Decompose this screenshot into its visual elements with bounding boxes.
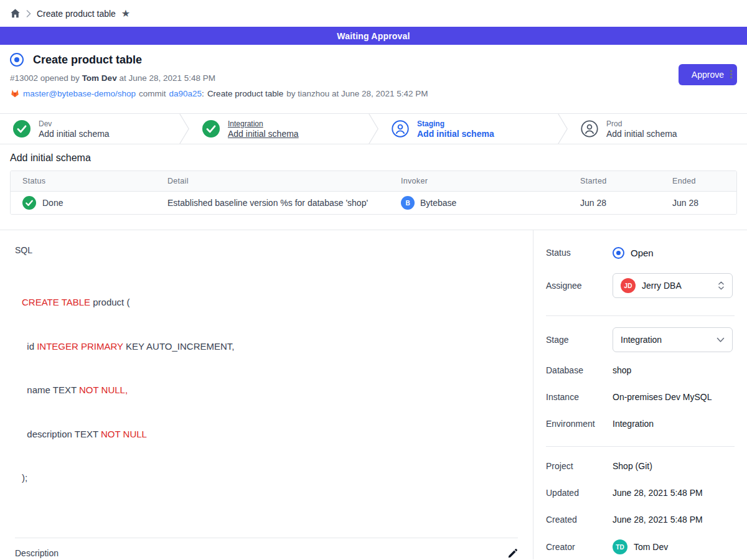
assignee-value: Jerry DBA (642, 281, 712, 291)
invoker-avatar: B (401, 196, 415, 210)
done-check-icon (22, 196, 36, 210)
approval-banner: Waiting Approval (0, 27, 747, 45)
environment-label: Environment (546, 419, 613, 429)
star-icon[interactable]: ★ (121, 9, 130, 19)
stage-env-label: Staging (417, 119, 494, 128)
stage-task-label: Add initial schema (606, 129, 677, 139)
stage-separator-icon (179, 114, 189, 144)
database-value: shop (613, 365, 631, 375)
assignee-avatar: JD (621, 278, 636, 293)
task-section-title: Add initial schema (10, 152, 737, 164)
commit-byline: by tianzhou at June 28, 2021 5:42 PM (286, 89, 428, 98)
column-status: Status (22, 177, 167, 185)
instance-label: Instance (546, 392, 613, 402)
issue-header: Create product table #13002 opened by To… (0, 45, 747, 113)
commit-row: master@bytebase-demo/shop commit da90a25… (10, 88, 737, 98)
overflow-menu-icon[interactable]: ⋮ (726, 69, 736, 80)
stage-value: Integration (621, 335, 710, 345)
assignee-label: Assignee (546, 281, 613, 291)
task-detail: Established baseline version %s for data… (167, 198, 401, 208)
task-status: Done (42, 198, 63, 208)
task-started: Jun 28 (580, 198, 672, 208)
stage-env-label: Integration (228, 119, 299, 128)
stage-env-label: Dev (39, 119, 110, 128)
issue-meta: #13002 opened by Tom Dev at June 28, 202… (10, 73, 737, 83)
gitlab-icon (10, 88, 20, 98)
stage-integration[interactable]: Integration Add initial schema (189, 114, 369, 144)
database-label: Database (546, 365, 613, 375)
stage-dev[interactable]: Dev Add initial schema (0, 114, 179, 144)
creator-value: Tom Dev (634, 542, 668, 552)
project-label: Project (546, 461, 613, 471)
home-icon[interactable] (10, 8, 21, 19)
stage-task-label: Add initial schema (39, 129, 110, 139)
breadcrumb-separator-icon (26, 10, 31, 17)
branch-link[interactable]: master@bytebase-demo/shop (23, 89, 136, 98)
stage-task-label: Add initial schema (417, 129, 494, 139)
person-circle-icon (392, 120, 409, 138)
chevron-down-icon (716, 337, 725, 343)
divider (546, 315, 735, 316)
stage-staging[interactable]: Staging Add initial schema (378, 114, 558, 144)
stage-env-label: Prod (606, 119, 677, 128)
sql-code: CREATE TABLE product ( id INTEGER PRIMAR… (22, 266, 518, 515)
column-detail: Detail (167, 177, 401, 185)
issue-main-column: SQL CREATE TABLE product ( id INTEGER PR… (0, 230, 533, 559)
issue-author: Tom Dev (82, 73, 117, 83)
stage-separator-icon (558, 114, 568, 144)
status-label: Status (546, 248, 613, 258)
divider (15, 538, 518, 538)
updated-label: Updated (546, 488, 613, 498)
column-invoker: Invoker (401, 177, 580, 185)
task-invoker: Bytebase (420, 198, 456, 208)
task-table-header: Status Detail Invoker Started Ended (11, 171, 736, 192)
breadcrumb: Create product table ★ (0, 0, 747, 27)
pencil-icon (507, 548, 518, 559)
task-table: Status Detail Invoker Started Ended Done… (10, 170, 737, 215)
edit-description-button[interactable] (507, 548, 518, 559)
description-label: Description (15, 548, 59, 558)
table-row[interactable]: Done Established baseline version %s for… (11, 192, 736, 214)
sql-label: SQL (15, 245, 518, 255)
check-circle-icon (13, 120, 31, 138)
breadcrumb-current: Create product table (37, 9, 116, 19)
divider (546, 446, 735, 447)
stage-task-label: Add initial schema (228, 129, 299, 139)
column-ended: Ended (672, 177, 736, 185)
issue-title: Create product table (33, 54, 142, 67)
status-value: Open (631, 248, 654, 258)
created-value: June 28, 2021 5:48 PM (613, 515, 703, 525)
approval-banner-text: Waiting Approval (337, 31, 410, 41)
environment-value: Integration (613, 419, 654, 429)
column-started: Started (580, 177, 672, 185)
check-circle-icon (202, 120, 220, 138)
assignee-select[interactable]: JD Jerry DBA (613, 273, 733, 298)
commit-hash-link[interactable]: da90a25 (169, 89, 202, 98)
created-label: Created (546, 515, 613, 525)
issue-open-icon (10, 53, 24, 67)
commit-message: Create product table (207, 89, 283, 98)
stage-label: Stage (546, 335, 613, 345)
stage-separator-icon (369, 114, 378, 144)
stage-select[interactable]: Integration (613, 327, 733, 352)
project-value: Shop (Git) (613, 461, 652, 471)
task-ended: Jun 28 (672, 198, 736, 208)
instance-value: On-premises Dev MySQL (613, 392, 712, 402)
creator-avatar: TD (613, 539, 627, 554)
person-circle-icon (581, 120, 598, 138)
task-section: Add initial schema Status Detail Invoker… (0, 144, 747, 230)
stage-prod[interactable]: Prod Add initial schema (568, 114, 747, 144)
status-open-icon (613, 247, 624, 259)
issue-sidebar: Status Open Assignee JD Jerry DBA Stage … (533, 230, 747, 559)
pipeline-stages: Dev Add initial schema Integration Add i… (0, 113, 747, 144)
updated-value: June 28, 2021 5:48 PM (613, 488, 703, 498)
creator-label: Creator (546, 542, 613, 552)
unfold-icon (718, 280, 725, 291)
